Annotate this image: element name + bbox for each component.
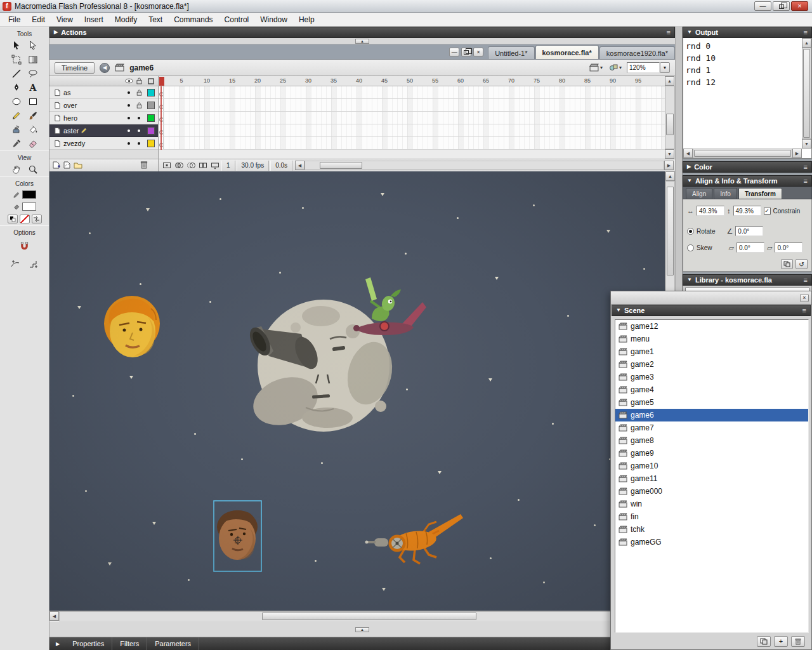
pen-tool[interactable] bbox=[8, 81, 25, 95]
hand-tool[interactable] bbox=[8, 162, 25, 176]
timeline-toggle-button[interactable]: Timeline bbox=[55, 62, 95, 74]
output-hscroll-thumb[interactable] bbox=[694, 150, 791, 157]
layer-frames-row[interactable] bbox=[159, 124, 665, 137]
timeline-scroll-left-button[interactable]: ◀ bbox=[295, 161, 304, 170]
duplicate-scene-button[interactable] bbox=[757, 636, 771, 647]
scene-item[interactable]: game5 bbox=[615, 396, 808, 409]
panel-collapse-handle-top[interactable]: ▲ bbox=[355, 39, 369, 44]
timeline-scroll-up-button[interactable]: ▲ bbox=[665, 76, 674, 86]
doc-minimize-button[interactable]: — bbox=[449, 48, 459, 56]
transform-panel-menu-icon[interactable]: ≡ bbox=[804, 178, 808, 185]
ink-bottle-tool[interactable] bbox=[8, 123, 25, 136]
layer-lock-toggle[interactable] bbox=[134, 102, 144, 109]
bottom-panel-tab[interactable]: Parameters bbox=[147, 637, 199, 650]
panel-collapse-handle-bottom[interactable]: ▲ bbox=[355, 627, 369, 632]
eraser-tool[interactable] bbox=[25, 136, 41, 150]
edit-multiple-frames-button[interactable] bbox=[197, 161, 208, 171]
timeline-vertical-scrollbar[interactable]: ▲ ▼ bbox=[665, 76, 675, 159]
color-panel-header[interactable]: ▶ Color ≡ bbox=[683, 161, 812, 173]
paint-bucket-tool[interactable] bbox=[25, 123, 41, 136]
add-scene-button[interactable]: + bbox=[774, 636, 788, 647]
library-panel-menu-icon[interactable]: ≡ bbox=[804, 277, 808, 284]
actions-panel-menu-icon[interactable]: ≡ bbox=[667, 29, 671, 36]
layer-visibility-toggle[interactable] bbox=[124, 91, 134, 94]
alien-rider-graphic[interactable] bbox=[353, 277, 426, 335]
stage-vscroll-thumb[interactable] bbox=[667, 187, 674, 275]
straighten-option-button[interactable] bbox=[25, 257, 42, 271]
stage-scroll-up-button[interactable]: ▲ bbox=[665, 171, 675, 181]
rotate-radio[interactable] bbox=[687, 228, 694, 235]
swap-colors-button[interactable] bbox=[32, 215, 42, 223]
frames-pane[interactable]: 5101520253035404550556065707580859095 bbox=[159, 76, 665, 159]
line-tool[interactable] bbox=[8, 67, 25, 81]
menu-item[interactable]: Control bbox=[219, 13, 255, 26]
menu-item[interactable]: Commands bbox=[168, 13, 218, 26]
scene-item[interactable]: game2 bbox=[615, 358, 808, 371]
timeline-scroll-down-button[interactable]: ▼ bbox=[665, 149, 674, 159]
frame-rows[interactable] bbox=[159, 86, 665, 150]
scene-item[interactable]: game7 bbox=[615, 421, 808, 434]
minimize-button[interactable]: — bbox=[754, 1, 771, 11]
doc-restore-button[interactable] bbox=[461, 48, 471, 56]
selection-tool[interactable] bbox=[8, 39, 25, 53]
library-panel-header[interactable]: ▼ Library - kosmorace.fla ≡ bbox=[683, 274, 812, 286]
scene-item[interactable]: game8 bbox=[615, 434, 808, 447]
scene-item[interactable]: tchk bbox=[615, 523, 808, 536]
oval-tool[interactable] bbox=[8, 95, 25, 109]
back-button[interactable]: ◀ bbox=[100, 63, 110, 73]
layer-visibility-toggle[interactable] bbox=[124, 129, 134, 132]
scene-item[interactable]: game9 bbox=[615, 447, 808, 460]
stage-horizontal-scrollbar[interactable]: ◀ ▶ bbox=[49, 611, 665, 621]
edit-scene-button[interactable]: ▾ bbox=[588, 63, 604, 72]
snap-to-objects-button[interactable] bbox=[16, 239, 33, 253]
eyedropper-tool[interactable] bbox=[8, 136, 25, 150]
scene-item[interactable]: game6 bbox=[615, 409, 808, 421]
layer-frames-row[interactable] bbox=[159, 99, 665, 112]
output-vertical-scrollbar[interactable]: ▲ ▼ bbox=[802, 38, 811, 149]
scene-panel-titlebar[interactable]: × bbox=[611, 291, 811, 305]
menu-item[interactable]: Help bbox=[293, 13, 320, 26]
frame-rate-indicator[interactable]: 30.0 fps bbox=[237, 161, 270, 171]
layer-visibility-toggle[interactable] bbox=[124, 104, 134, 107]
insert-layer-button[interactable] bbox=[52, 161, 60, 170]
scale-x-field[interactable]: 49.3% bbox=[697, 206, 724, 216]
output-scroll-left-button[interactable]: ◀ bbox=[683, 149, 693, 158]
stage[interactable] bbox=[49, 171, 665, 611]
menu-item[interactable]: Edit bbox=[26, 13, 51, 26]
scene-item[interactable]: win bbox=[615, 498, 808, 510]
timeline-horizontal-scrollbar[interactable]: ◀ ▶ bbox=[295, 161, 674, 170]
rotate-value-field[interactable]: 0.0° bbox=[735, 226, 763, 236]
stage-scroll-left-button[interactable]: ◀ bbox=[49, 611, 59, 621]
timeline-scroll-right-button[interactable]: ▶ bbox=[664, 161, 674, 170]
playhead-marker[interactable] bbox=[159, 77, 164, 86]
output-panel-menu-icon[interactable]: ≡ bbox=[804, 29, 808, 36]
scene-item[interactable]: game1 bbox=[615, 345, 808, 358]
stage-hscroll-thumb[interactable] bbox=[262, 613, 476, 620]
layer-lock-toggle[interactable] bbox=[134, 90, 144, 96]
actions-panel-header[interactable]: ▶ Actions ≡ bbox=[49, 27, 675, 38]
layer-outline-color-swatch[interactable] bbox=[147, 89, 155, 96]
layer-visibility-toggle[interactable] bbox=[124, 142, 134, 145]
layer-outline-color-swatch[interactable] bbox=[147, 140, 155, 147]
scene-item[interactable]: fin bbox=[615, 510, 808, 523]
transform-tab[interactable]: Align bbox=[686, 188, 712, 199]
brush-tool[interactable] bbox=[25, 109, 41, 123]
lasso-tool[interactable] bbox=[25, 67, 41, 81]
layer-lock-toggle[interactable] bbox=[134, 142, 144, 145]
layer-frames-row[interactable] bbox=[159, 137, 665, 150]
lock-all-layers-icon[interactable] bbox=[134, 77, 144, 84]
output-scroll-down-button[interactable]: ▼ bbox=[802, 139, 811, 149]
skew-y-field[interactable]: 0.0° bbox=[775, 242, 802, 253]
timeline-hscroll-thumb[interactable] bbox=[320, 162, 363, 169]
timeline-layer-row[interactable]: zvezdy bbox=[49, 137, 158, 150]
layer-lock-toggle[interactable] bbox=[134, 129, 144, 132]
timeline-layer-row[interactable]: aster bbox=[49, 124, 158, 137]
document-tab[interactable]: Untitled-1* bbox=[488, 46, 534, 59]
delete-scene-button[interactable] bbox=[791, 636, 805, 647]
skew-x-field[interactable]: 0.0° bbox=[737, 242, 764, 253]
edit-symbols-button[interactable]: ▾ bbox=[608, 63, 623, 72]
copy-and-apply-transform-button[interactable] bbox=[781, 259, 793, 269]
constrain-checkbox[interactable] bbox=[764, 208, 771, 215]
reset-transform-button[interactable]: ↺ bbox=[796, 259, 808, 269]
center-frame-button[interactable] bbox=[161, 161, 172, 171]
